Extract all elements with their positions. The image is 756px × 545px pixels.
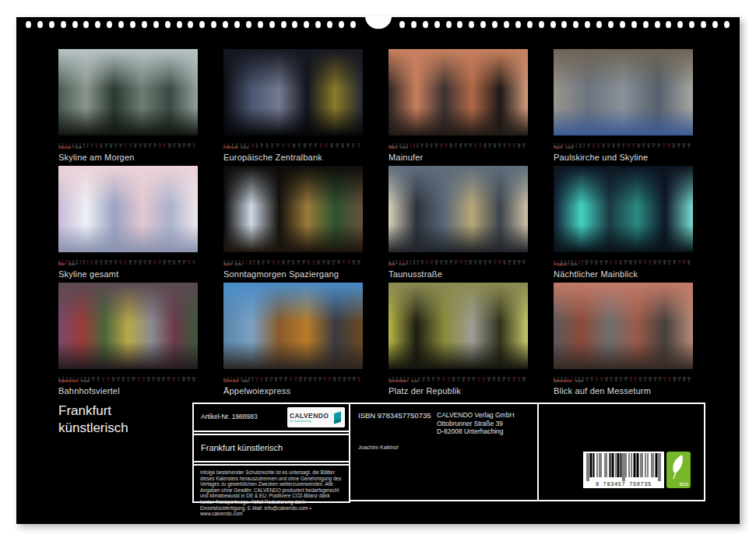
legal-text-cell: Infolge bestehender Schutzrechte ist es … <box>192 464 350 503</box>
mini-day-strip: 1D2F3S4S5M6D7M8D9F10S11S12M13D14M15D16F1… <box>223 377 360 383</box>
product-title-cell: Frankfurt künstlerisch <box>192 434 350 462</box>
product-title: Frankfurt künstlerisch <box>201 443 283 452</box>
thumbnail-image <box>58 49 198 135</box>
calvendo-logo-tagline: Der Kalenderverlag <box>290 420 332 423</box>
spiral-binding-holes-right <box>399 21 730 28</box>
calvendo-logo-text: CALVENDO <box>290 413 332 420</box>
article-number-cell: Artikel-Nr. 1988983 CALVENDO Der Kalende… <box>192 403 350 432</box>
calendar-month-cell: Februar 2026 1S2M3D4M5D6F7S8S9M10D11M12D… <box>223 49 363 162</box>
calendar-month-cell: Oktober 2026 1D2F3S4S5M6D7M8D9F10S11S12M… <box>223 283 363 396</box>
leaf-icon <box>669 453 688 481</box>
calendar-month-cell: Juni 2026 1M2D3M4D5F6S7S8M9D10M11D12F13S… <box>223 166 363 279</box>
calendar-month-cell: Dezember 2026 1D2M3D4F5S6S7M8D9M10D11F12… <box>554 283 693 396</box>
eco-badge: eco <box>666 452 691 488</box>
isbn-number: ISBN 9783457750735 <box>358 411 431 420</box>
mini-day-strip: 1S2M3D4M5D6F7S8S9M10D11M12D13F14S15S16M1… <box>223 143 360 149</box>
thumbnail-image <box>223 49 363 135</box>
thumbnail-caption: Platz der Republik <box>389 386 528 396</box>
mini-day-strip: 1S2M3D4M5D6F7S8S9M10D11M12D13F14S15S16M1… <box>389 143 526 149</box>
calvendo-logo: CALVENDO Der Kalenderverlag <box>287 407 345 427</box>
product-info-box: Artikel-Nr. 1988983 CALVENDO Der Kalende… <box>192 403 705 501</box>
thumbnail-image <box>58 166 198 252</box>
mini-month-label: Februar 2026 <box>223 138 363 142</box>
thumbnail-caption: Mainufer <box>389 153 528 162</box>
thumbnail-image <box>389 166 528 252</box>
calendar-back-cover: Januar 2026 1D2F3S4S5M6D7M8D9F10S11S12M1… <box>0 0 756 545</box>
mini-month-label: April 2026 <box>554 138 693 142</box>
thumbnail-image <box>223 166 363 252</box>
thumbnail-image <box>554 283 693 369</box>
calendar-sheet: Januar 2026 1D2F3S4S5M6D7M8D9F10S11S12M1… <box>16 17 740 524</box>
mini-month-label: Mai 2026 <box>58 255 198 259</box>
thumbnail-image <box>389 283 528 369</box>
thumbnail-caption: Skyline gesamt <box>58 269 198 279</box>
calendar-month-cell: August 2026 1S2S3M4D5M6D7F8S9S10M11D12M1… <box>554 166 693 279</box>
mini-month-label: März 2026 <box>389 138 528 142</box>
calendar-month-cell: April 2026 1M2D3F4S5S6M7D8M9D10F11S12S13… <box>554 49 693 162</box>
legal-text: Infolge bestehender Schutzrechte ist es … <box>200 469 345 517</box>
thumbnail-image <box>554 49 693 135</box>
calendar-month-cell: Januar 2026 1D2F3S4S5M6D7M8D9F10S11S12M1… <box>58 49 198 162</box>
author-name: Joachim Kalkhof <box>358 445 398 450</box>
thumbnail-caption: Blick auf den Messeturm <box>554 386 693 396</box>
thumbnail-caption: Äppelwoiexpress <box>223 386 363 396</box>
mini-month-label: August 2026 <box>554 255 693 259</box>
calendar-month-cell: September 2026 1D2M3D4F5S6S7M8D9M10D11F1… <box>58 283 198 396</box>
calendar-month-cell: März 2026 1S2M3D4M5D6F7S8S9M10D11M12D13F… <box>389 49 528 162</box>
thumbnail-caption: Paulskirche und Skyline <box>554 153 693 162</box>
mini-month-label: Oktober 2026 <box>223 371 363 376</box>
calendar-page-icon <box>332 411 343 424</box>
mini-month-label: Januar 2026 <box>58 138 198 142</box>
publisher-address: CALVENDO Verlag GmbHOttobrunner Straße 3… <box>437 411 515 436</box>
mini-month-label: September 2026 <box>58 371 198 376</box>
mini-month-label: Juli 2026 <box>389 255 528 259</box>
thumbnail-image <box>223 283 363 369</box>
barcode-bars <box>586 453 661 481</box>
mini-day-strip: 1M2D3F4S5S6M7D8M9D10F11S12S13M14D15M16D1… <box>554 143 691 149</box>
calendar-month-cell: Juli 2026 1M2D3F4S5S6M7D8M9D10F11S12S13M… <box>389 166 528 279</box>
mini-month-label: Juni 2026 <box>223 255 363 259</box>
thumbnail-image <box>389 49 528 135</box>
page-title: Frankfurtkünstlerisch <box>58 403 128 436</box>
hanging-hole-notch <box>365 16 392 29</box>
thumbnail-caption: Nächtlicher Mainblick <box>554 269 693 279</box>
thumbnail-image <box>58 283 198 369</box>
ean-barcode: 9 783457 750735 <box>583 452 664 488</box>
thumbnail-caption: Europäische Zentralbank <box>223 153 363 162</box>
calendar-month-cell: November 2026 1S2M3D4M5D6F7S8S9M10D11M12… <box>389 283 528 396</box>
eco-label: eco <box>680 481 688 487</box>
info-box-divider <box>537 403 539 501</box>
thumbnail-caption: Bahnhofsviertel <box>58 386 198 396</box>
article-number: Artikel-Nr. 1988983 <box>201 413 258 420</box>
calendar-month-cell: Mai 2026 1F2S3S4M5D6M7D8F9S10S11M12D13M1… <box>58 166 198 279</box>
mini-day-strip: 1D2F3S4S5M6D7M8D9F10S11S12M13D14M15D16F1… <box>58 143 195 149</box>
thumbnail-caption: Skyline am Morgen <box>58 153 198 162</box>
mini-day-strip: 1M2D3M4D5F6S7S8M9D10M11D12F13S14S15M16D1… <box>223 260 360 266</box>
spiral-binding-holes-left <box>26 21 356 28</box>
thumbnail-caption: Sonntagmorgen Spaziergang <box>223 269 363 279</box>
mini-month-label: November 2026 <box>389 371 528 376</box>
thumbnail-image <box>554 166 693 252</box>
mini-month-label: Dezember 2026 <box>554 371 693 376</box>
thumbnail-caption: Taunusstraße <box>389 269 528 279</box>
mini-day-strip: 1D2M3D4F5S6S7M8D9M10D11F12S13S14M15D16M1… <box>554 377 691 383</box>
mini-day-strip: 1M2D3F4S5S6M7D8M9D10F11S12S13M14D15M16D1… <box>389 260 526 266</box>
barcode-digits: 9 783457 750735 <box>583 481 664 487</box>
mini-day-strip: 1F2S3S4M5D6M7D8F9S10S11M12D13M14D15F16S1… <box>58 260 195 266</box>
